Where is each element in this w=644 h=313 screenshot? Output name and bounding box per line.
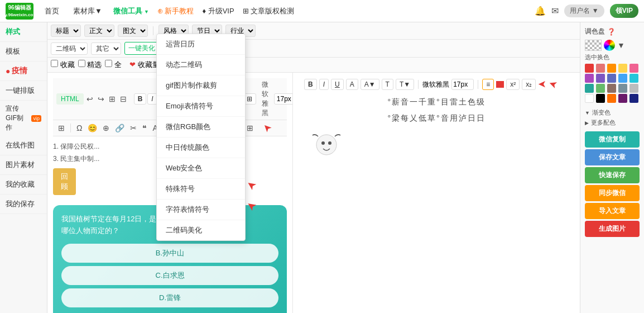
redo-btn[interactable]: ↪ xyxy=(96,93,106,105)
swatch-9[interactable] xyxy=(629,74,638,83)
help-icon[interactable]: ❓ xyxy=(607,28,616,36)
table-icon-btn[interactable]: ⊞ xyxy=(56,122,66,134)
prev-align-btn[interactable]: ≡ xyxy=(482,79,494,90)
quote-btn[interactable]: ❝ xyxy=(141,122,148,134)
menu-item-special-symbol[interactable]: 特殊符号 ➤ xyxy=(157,179,245,200)
import-article-btn[interactable]: 导入文章 xyxy=(585,203,640,219)
user-area[interactable]: 用户名 ▼ xyxy=(564,4,604,17)
gradient-link[interactable]: 渐变色 xyxy=(585,108,640,117)
color-dropper-btn[interactable] xyxy=(604,40,615,51)
swatch-8[interactable] xyxy=(618,74,627,83)
sidebar-item-epidemic[interactable]: ● 疫情 xyxy=(0,61,47,81)
prev-font-size[interactable] xyxy=(451,79,474,90)
menu-item-char-emoji[interactable]: 字符表情符号 ➤ xyxy=(157,200,245,220)
swatch-19[interactable] xyxy=(629,94,638,103)
swatch-2[interactable] xyxy=(607,64,616,73)
nav-tutorial[interactable]: ⊕ 新手教程 xyxy=(157,6,194,16)
swatch-16[interactable] xyxy=(596,94,605,103)
prev-a2-btn[interactable]: A▼ xyxy=(361,79,379,90)
swatch-10[interactable] xyxy=(585,84,594,93)
prev-sub-btn[interactable]: x₂ xyxy=(522,79,536,90)
swatch-6[interactable] xyxy=(596,74,605,83)
tab-html[interactable]: HTML xyxy=(56,93,84,105)
swatch-13[interactable] xyxy=(618,84,627,93)
bold-btn[interactable]: B xyxy=(134,93,147,105)
expand-icon[interactable]: ▼ xyxy=(617,41,625,50)
link-btn[interactable]: 🔗 xyxy=(113,122,126,134)
prev-t-btn[interactable]: T xyxy=(382,79,393,90)
save-article-btn[interactable]: 保存文章 xyxy=(585,149,640,165)
omega-btn[interactable]: Ω xyxy=(75,122,84,134)
prev-sup-btn[interactable]: x² xyxy=(506,79,520,90)
swatch-15[interactable] xyxy=(585,94,594,103)
nav-home[interactable]: 首页 xyxy=(42,6,62,16)
pictext-select[interactable]: 图文 xyxy=(118,25,148,37)
sidebar-item-draw[interactable]: 在线作图 xyxy=(0,136,47,155)
swatch-12[interactable] xyxy=(607,84,616,93)
swatch-3[interactable] xyxy=(618,64,627,73)
prev-t2-btn[interactable]: T▼ xyxy=(396,79,414,90)
generate-image-btn[interactable]: 生成图片 xyxy=(585,221,640,237)
title-select[interactable]: 标题 xyxy=(51,25,81,37)
beautify-btn[interactable]: 一键美化 xyxy=(124,42,159,55)
body-select[interactable]: 正文 xyxy=(84,25,114,37)
menu-item-calendar[interactable]: 运营日历 xyxy=(157,34,245,55)
swatch-4[interactable] xyxy=(629,64,638,73)
paste-icon-btn[interactable]: ⊟ xyxy=(118,93,128,105)
quiz-option-c[interactable]: C.白求恩 xyxy=(61,266,278,285)
swatch-14[interactable] xyxy=(629,84,638,93)
nav-copyright[interactable]: ⊞ 文章版权检测 xyxy=(243,6,295,16)
menu-item-qr-beautify[interactable]: 二维码美化 xyxy=(157,220,245,240)
sidebar-item-images[interactable]: 图片素材 xyxy=(0,155,47,175)
mail-icon[interactable]: ✉ xyxy=(551,6,559,16)
cut-btn[interactable]: ✂ xyxy=(128,122,138,134)
swatch-17[interactable] xyxy=(607,94,616,103)
wechat-copy-btn[interactable]: 微信复制 xyxy=(585,131,640,148)
swatch-1[interactable] xyxy=(596,64,605,73)
sidebar-item-style[interactable]: 样式 xyxy=(0,22,47,42)
collect-checkbox[interactable] xyxy=(51,60,58,67)
nav-wechat-tools[interactable]: 微信工具 xyxy=(113,6,149,16)
menu-item-rgb[interactable]: 微信RGB颜色 xyxy=(157,117,245,137)
menu-item-dynamic-qr[interactable]: 动态二维码 xyxy=(157,55,245,75)
menu-item-traditional-color[interactable]: 中日传统颜色 xyxy=(157,137,245,158)
emoji-btn[interactable]: 😊 xyxy=(86,122,99,134)
copy-icon-btn[interactable]: ⊞ xyxy=(107,93,117,105)
quick-save-btn[interactable]: 快速保存 xyxy=(585,167,640,183)
sidebar-item-onekey[interactable]: 一键排版 xyxy=(0,81,47,101)
menu-item-gif[interactable]: gif图片制作裁剪 xyxy=(157,75,245,96)
sidebar-item-saved[interactable]: 我的保存 xyxy=(0,195,47,214)
quiz-option-b[interactable]: B.孙中山 xyxy=(61,244,278,263)
top-nav: 96编辑器by.96weixin.com 首页 素材库▼ 微信工具 ⊕ 新手教程… xyxy=(0,0,644,22)
swatch-7[interactable] xyxy=(607,74,616,83)
prev-italic-btn[interactable]: I xyxy=(319,79,329,90)
other-select[interactable]: 其它 xyxy=(91,42,121,55)
select-checkbox[interactable] xyxy=(78,60,85,67)
prev-underline-btn[interactable]: U xyxy=(331,79,344,90)
nav-materials[interactable]: 素材库▼ xyxy=(70,6,105,16)
swatch-5[interactable] xyxy=(585,74,594,83)
prev-a-btn[interactable]: A xyxy=(346,79,358,90)
sidebar-item-promo[interactable]: 宣传GIF制作 vip xyxy=(0,101,47,136)
vip-button[interactable]: 领VIP xyxy=(610,4,638,18)
qrcode-select[interactable]: 二维码 xyxy=(51,42,88,55)
all-checkbox[interactable] xyxy=(105,60,112,67)
nav-upgrade-vip[interactable]: ♦ 升级VIP xyxy=(202,6,234,16)
bell-icon[interactable]: 🔔 xyxy=(535,6,546,16)
swatch-0[interactable] xyxy=(585,64,594,73)
swatch-18[interactable] xyxy=(618,94,627,103)
qrcode-btn[interactable]: ⊕ xyxy=(101,122,111,134)
quiz-option-d[interactable]: D.雷锋 xyxy=(61,288,278,307)
swatch-11[interactable] xyxy=(596,84,605,93)
font-size-input[interactable] xyxy=(274,93,293,105)
prev-bold-btn[interactable]: B xyxy=(304,79,317,90)
sidebar-item-template[interactable]: 模板 xyxy=(0,42,47,61)
more-btn[interactable]: ⊞ xyxy=(245,122,255,134)
more-colors-link[interactable]: 更多配色 xyxy=(585,118,640,127)
sync-wechat-btn[interactable]: 同步微信 xyxy=(585,185,640,201)
menu-item-emoji[interactable]: Emoji表情符号 xyxy=(157,96,245,117)
sidebar-item-favorites[interactable]: 我的收藏 xyxy=(0,175,47,195)
menu-item-websafe[interactable]: Web安全色 xyxy=(157,158,245,179)
undo-btn[interactable]: ↩ xyxy=(85,93,95,105)
return-btn[interactable]: 回顾 xyxy=(53,168,76,195)
